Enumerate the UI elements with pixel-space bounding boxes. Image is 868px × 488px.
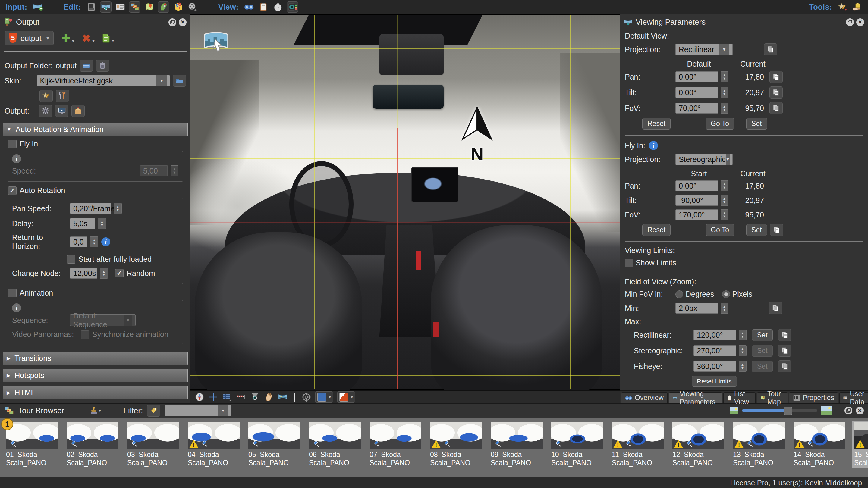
- copy-min-icon[interactable]: [769, 302, 782, 314]
- show-limits-checkbox[interactable]: ✓: [625, 259, 633, 267]
- degrees-radio[interactable]: [675, 290, 683, 298]
- skin-editor-icon[interactable]: [158, 1, 169, 13]
- speed-stepper[interactable]: ▲▼: [170, 165, 179, 176]
- start-after-loaded-checkbox[interactable]: ✓: [67, 255, 75, 264]
- tab-properties[interactable]: Properties: [789, 392, 838, 403]
- section-control[interactable]: ▶Control: [3, 403, 188, 403]
- return-horizon-field[interactable]: 0,0: [70, 236, 87, 247]
- reset-default-view-button[interactable]: Reset: [642, 118, 671, 130]
- set-max-stereographic-button[interactable]: Set: [752, 345, 773, 357]
- user-data-icon[interactable]: [115, 1, 126, 13]
- change-node-stepper[interactable]: ▲▼: [100, 268, 108, 279]
- speed-field[interactable]: 5,00: [140, 165, 167, 176]
- default-projection-select[interactable]: Rectilinear ▼: [675, 44, 733, 55]
- video-output-icon[interactable]: [187, 1, 198, 13]
- tour-node[interactable]: 03_Skoda-Scala_PANO: [125, 421, 181, 468]
- remove-output-button[interactable]: ✖▾: [82, 33, 95, 43]
- copy-pan-icon[interactable]: [770, 71, 783, 83]
- stamp-tool-icon[interactable]: ▾: [90, 405, 101, 416]
- edit-skin-icon[interactable]: [39, 90, 53, 102]
- panorama-image[interactable]: N: [190, 15, 620, 390]
- add-panorama-icon[interactable]: [32, 1, 43, 13]
- default-fov-field[interactable]: 70,00°: [675, 103, 718, 113]
- add-output-button[interactable]: ✚▾: [61, 33, 74, 43]
- list-view-icon[interactable]: [258, 1, 269, 13]
- tab-list-view[interactable]: List View: [723, 392, 755, 403]
- grid-icon[interactable]: [222, 392, 232, 402]
- fly-tilt-field[interactable]: -90,00°: [675, 195, 718, 206]
- max-stereographic-stepper[interactable]: ▲▼: [739, 345, 747, 356]
- fly-fov-stepper[interactable]: ▲▼: [721, 209, 728, 220]
- info-icon[interactable]: i: [649, 141, 658, 150]
- min-fov-stepper[interactable]: ▲▼: [721, 303, 728, 314]
- skin-select[interactable]: Kijk-Virtueel-test.ggsk ▼: [37, 75, 170, 87]
- max-fisheye-field[interactable]: 360,00°: [693, 361, 736, 372]
- sequence-select[interactable]: Default Sequence ▼: [70, 315, 135, 326]
- copy-tilt-icon[interactable]: [770, 87, 783, 98]
- generate-output-button[interactable]: ▾: [102, 33, 114, 43]
- red-fill-mode-button[interactable]: ▾: [337, 391, 355, 403]
- thumbnail-size-slider[interactable]: [742, 410, 817, 412]
- timer-icon[interactable]: [272, 1, 284, 13]
- pan-speed-stepper[interactable]: ▲▼: [114, 203, 122, 214]
- open-folder-icon[interactable]: [80, 60, 93, 72]
- patch-tool-icon[interactable]: [837, 1, 848, 13]
- float-panel-icon[interactable]: [846, 19, 854, 26]
- copy-projection-icon[interactable]: [764, 43, 777, 56]
- tour-node[interactable]: 02_Skoda-Scala_PANO: [65, 421, 120, 468]
- fly-pan-stepper[interactable]: ▲▼: [721, 181, 728, 191]
- package-output-icon[interactable]: [71, 105, 85, 117]
- close-panel-icon[interactable]: ✕: [179, 19, 187, 26]
- blue-fill-mode-button[interactable]: ▾: [315, 391, 333, 403]
- delay-field[interactable]: 5,0s: [70, 218, 95, 229]
- default-fov-stepper[interactable]: ▲▼: [721, 103, 728, 113]
- compass-icon[interactable]: [195, 392, 204, 402]
- fly-tilt-stepper[interactable]: ▲▼: [721, 195, 728, 206]
- tour-node[interactable]: ! 08_Skoda-Scala_PANO: [428, 421, 484, 468]
- tour-map-icon[interactable]: [144, 1, 155, 13]
- view-cone-icon[interactable]: [250, 392, 260, 402]
- float-panel-icon[interactable]: [168, 19, 176, 26]
- goto-default-view-button[interactable]: Go To: [706, 118, 734, 130]
- fly-fov-field[interactable]: 170,00°: [675, 209, 718, 220]
- fly-projection-select[interactable]: Stereographic ▼: [675, 154, 733, 165]
- live-preview-icon[interactable]: [55, 105, 68, 117]
- set-max-rectilinear-button[interactable]: Set: [752, 329, 773, 341]
- goto-fly-in-button[interactable]: Go To: [706, 224, 734, 236]
- set-fly-in-button[interactable]: Set: [746, 224, 767, 236]
- filter-select[interactable]: ▼: [164, 405, 231, 416]
- close-panel-icon[interactable]: ✕: [856, 19, 864, 26]
- default-tilt-stepper[interactable]: ▲▼: [721, 87, 728, 98]
- default-pan-field[interactable]: 0,00°: [675, 71, 718, 82]
- north-target-icon[interactable]: [301, 392, 311, 402]
- info-icon[interactable]: i: [12, 303, 21, 313]
- info-icon[interactable]: i: [101, 237, 110, 247]
- section-auto-rotation[interactable]: ▼ Auto Rotation & Animation: [3, 123, 188, 136]
- pixels-radio[interactable]: [722, 290, 730, 298]
- set-max-fisheye-button[interactable]: Set: [752, 361, 773, 372]
- slider-handle[interactable]: [784, 407, 792, 415]
- max-rectilinear-field[interactable]: 120,00°: [693, 330, 736, 340]
- trash-icon[interactable]: [96, 60, 109, 72]
- return-horizon-stepper[interactable]: ▲▼: [90, 236, 98, 247]
- auto-rotation-checkbox[interactable]: ✓: [8, 187, 17, 195]
- section-transitions[interactable]: ▶Transitions: [3, 352, 188, 365]
- output-settings-icon[interactable]: [39, 105, 52, 117]
- copy-fly-in-icon[interactable]: [770, 224, 783, 236]
- reset-limits-button[interactable]: Reset Limits: [692, 376, 737, 387]
- fly-in-checkbox[interactable]: ✓: [8, 140, 17, 148]
- viewer-eye-icon[interactable]: [287, 1, 298, 13]
- output-format-select[interactable]: 5 output ▼: [4, 31, 54, 45]
- limits-icon[interactable]: [236, 392, 246, 402]
- open-skin-folder-icon[interactable]: [173, 75, 186, 87]
- tour-node[interactable]: 05_Skoda-Scala_PANO: [247, 421, 302, 468]
- section-hotspots[interactable]: ▶Hotspots: [3, 369, 188, 382]
- crosshair-icon[interactable]: [209, 392, 218, 402]
- panorama-viewer[interactable]: N ▾ ▾: [190, 14, 620, 403]
- info-icon[interactable]: i: [12, 154, 21, 163]
- tour-node[interactable]: 01_Skoda-Scala_PANO: [4, 421, 60, 468]
- input-parameters-icon[interactable]: [86, 1, 97, 13]
- tab-viewing-parameters[interactable]: Viewing Parameters: [669, 392, 722, 403]
- copy-fov-icon[interactable]: [770, 102, 783, 114]
- tour-node[interactable]: 10_Skoda-Scala_PANO: [550, 421, 605, 468]
